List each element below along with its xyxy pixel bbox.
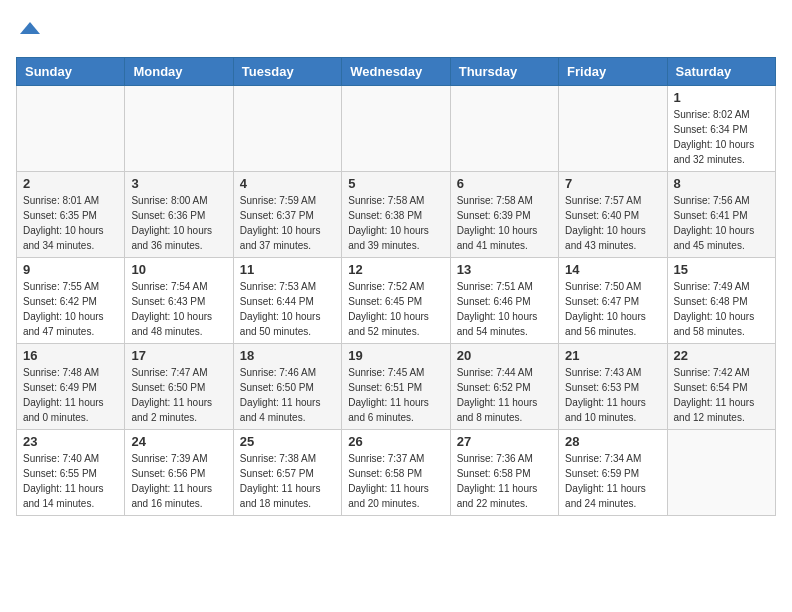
calendar-day-cell: 20Sunrise: 7:44 AM Sunset: 6:52 PM Dayli…: [450, 344, 558, 430]
day-detail: Sunrise: 7:58 AM Sunset: 6:38 PM Dayligh…: [348, 193, 443, 253]
day-number: 19: [348, 348, 443, 363]
day-of-week-header: Friday: [559, 58, 667, 86]
logo: [16, 16, 42, 45]
calendar-day-cell: [450, 86, 558, 172]
logo-icon: [18, 16, 42, 40]
calendar-day-cell: 13Sunrise: 7:51 AM Sunset: 6:46 PM Dayli…: [450, 258, 558, 344]
day-detail: Sunrise: 8:02 AM Sunset: 6:34 PM Dayligh…: [674, 107, 769, 167]
calendar-day-cell: 16Sunrise: 7:48 AM Sunset: 6:49 PM Dayli…: [17, 344, 125, 430]
calendar-day-cell: 28Sunrise: 7:34 AM Sunset: 6:59 PM Dayli…: [559, 430, 667, 516]
day-number: 28: [565, 434, 660, 449]
day-number: 18: [240, 348, 335, 363]
day-detail: Sunrise: 7:48 AM Sunset: 6:49 PM Dayligh…: [23, 365, 118, 425]
day-detail: Sunrise: 7:58 AM Sunset: 6:39 PM Dayligh…: [457, 193, 552, 253]
day-number: 12: [348, 262, 443, 277]
day-detail: Sunrise: 7:54 AM Sunset: 6:43 PM Dayligh…: [131, 279, 226, 339]
calendar-day-cell: 10Sunrise: 7:54 AM Sunset: 6:43 PM Dayli…: [125, 258, 233, 344]
day-number: 27: [457, 434, 552, 449]
day-number: 4: [240, 176, 335, 191]
day-number: 13: [457, 262, 552, 277]
calendar-day-cell: [342, 86, 450, 172]
day-detail: Sunrise: 7:50 AM Sunset: 6:47 PM Dayligh…: [565, 279, 660, 339]
calendar-day-cell: 18Sunrise: 7:46 AM Sunset: 6:50 PM Dayli…: [233, 344, 341, 430]
calendar-day-cell: 26Sunrise: 7:37 AM Sunset: 6:58 PM Dayli…: [342, 430, 450, 516]
day-detail: Sunrise: 7:39 AM Sunset: 6:56 PM Dayligh…: [131, 451, 226, 511]
day-number: 17: [131, 348, 226, 363]
svg-marker-0: [20, 22, 40, 34]
calendar-day-cell: 23Sunrise: 7:40 AM Sunset: 6:55 PM Dayli…: [17, 430, 125, 516]
day-detail: Sunrise: 7:34 AM Sunset: 6:59 PM Dayligh…: [565, 451, 660, 511]
calendar-day-cell: 5Sunrise: 7:58 AM Sunset: 6:38 PM Daylig…: [342, 172, 450, 258]
day-detail: Sunrise: 7:40 AM Sunset: 6:55 PM Dayligh…: [23, 451, 118, 511]
day-detail: Sunrise: 7:55 AM Sunset: 6:42 PM Dayligh…: [23, 279, 118, 339]
day-number: 16: [23, 348, 118, 363]
day-number: 26: [348, 434, 443, 449]
day-detail: Sunrise: 8:00 AM Sunset: 6:36 PM Dayligh…: [131, 193, 226, 253]
day-number: 25: [240, 434, 335, 449]
calendar-day-cell: 1Sunrise: 8:02 AM Sunset: 6:34 PM Daylig…: [667, 86, 775, 172]
calendar-day-cell: 15Sunrise: 7:49 AM Sunset: 6:48 PM Dayli…: [667, 258, 775, 344]
day-number: 11: [240, 262, 335, 277]
calendar-week-row: 1Sunrise: 8:02 AM Sunset: 6:34 PM Daylig…: [17, 86, 776, 172]
day-number: 22: [674, 348, 769, 363]
day-number: 9: [23, 262, 118, 277]
calendar-day-cell: [667, 430, 775, 516]
calendar-day-cell: 21Sunrise: 7:43 AM Sunset: 6:53 PM Dayli…: [559, 344, 667, 430]
calendar-day-cell: 27Sunrise: 7:36 AM Sunset: 6:58 PM Dayli…: [450, 430, 558, 516]
day-of-week-header: Tuesday: [233, 58, 341, 86]
day-number: 6: [457, 176, 552, 191]
day-number: 20: [457, 348, 552, 363]
day-number: 24: [131, 434, 226, 449]
day-of-week-header: Monday: [125, 58, 233, 86]
day-number: 15: [674, 262, 769, 277]
day-detail: Sunrise: 7:38 AM Sunset: 6:57 PM Dayligh…: [240, 451, 335, 511]
calendar-day-cell: 8Sunrise: 7:56 AM Sunset: 6:41 PM Daylig…: [667, 172, 775, 258]
day-detail: Sunrise: 7:49 AM Sunset: 6:48 PM Dayligh…: [674, 279, 769, 339]
day-number: 5: [348, 176, 443, 191]
day-detail: Sunrise: 7:45 AM Sunset: 6:51 PM Dayligh…: [348, 365, 443, 425]
calendar-day-cell: [17, 86, 125, 172]
calendar-week-row: 9Sunrise: 7:55 AM Sunset: 6:42 PM Daylig…: [17, 258, 776, 344]
calendar-day-cell: 24Sunrise: 7:39 AM Sunset: 6:56 PM Dayli…: [125, 430, 233, 516]
calendar-day-cell: 3Sunrise: 8:00 AM Sunset: 6:36 PM Daylig…: [125, 172, 233, 258]
day-detail: Sunrise: 7:42 AM Sunset: 6:54 PM Dayligh…: [674, 365, 769, 425]
day-number: 2: [23, 176, 118, 191]
calendar-day-cell: 25Sunrise: 7:38 AM Sunset: 6:57 PM Dayli…: [233, 430, 341, 516]
day-detail: Sunrise: 7:51 AM Sunset: 6:46 PM Dayligh…: [457, 279, 552, 339]
calendar-day-cell: 7Sunrise: 7:57 AM Sunset: 6:40 PM Daylig…: [559, 172, 667, 258]
calendar-day-cell: 12Sunrise: 7:52 AM Sunset: 6:45 PM Dayli…: [342, 258, 450, 344]
day-number: 14: [565, 262, 660, 277]
day-detail: Sunrise: 7:52 AM Sunset: 6:45 PM Dayligh…: [348, 279, 443, 339]
day-detail: Sunrise: 7:46 AM Sunset: 6:50 PM Dayligh…: [240, 365, 335, 425]
day-detail: Sunrise: 7:57 AM Sunset: 6:40 PM Dayligh…: [565, 193, 660, 253]
calendar-day-cell: 14Sunrise: 7:50 AM Sunset: 6:47 PM Dayli…: [559, 258, 667, 344]
day-detail: Sunrise: 8:01 AM Sunset: 6:35 PM Dayligh…: [23, 193, 118, 253]
day-detail: Sunrise: 7:36 AM Sunset: 6:58 PM Dayligh…: [457, 451, 552, 511]
day-number: 3: [131, 176, 226, 191]
calendar-day-cell: 6Sunrise: 7:58 AM Sunset: 6:39 PM Daylig…: [450, 172, 558, 258]
day-detail: Sunrise: 7:43 AM Sunset: 6:53 PM Dayligh…: [565, 365, 660, 425]
day-number: 10: [131, 262, 226, 277]
day-detail: Sunrise: 7:44 AM Sunset: 6:52 PM Dayligh…: [457, 365, 552, 425]
calendar-day-cell: [233, 86, 341, 172]
day-number: 1: [674, 90, 769, 105]
day-of-week-header: Wednesday: [342, 58, 450, 86]
calendar-week-row: 16Sunrise: 7:48 AM Sunset: 6:49 PM Dayli…: [17, 344, 776, 430]
calendar-day-cell: 22Sunrise: 7:42 AM Sunset: 6:54 PM Dayli…: [667, 344, 775, 430]
day-detail: Sunrise: 7:53 AM Sunset: 6:44 PM Dayligh…: [240, 279, 335, 339]
calendar-table: SundayMondayTuesdayWednesdayThursdayFrid…: [16, 57, 776, 516]
day-detail: Sunrise: 7:59 AM Sunset: 6:37 PM Dayligh…: [240, 193, 335, 253]
calendar-day-cell: 19Sunrise: 7:45 AM Sunset: 6:51 PM Dayli…: [342, 344, 450, 430]
calendar-day-cell: 2Sunrise: 8:01 AM Sunset: 6:35 PM Daylig…: [17, 172, 125, 258]
calendar-week-row: 23Sunrise: 7:40 AM Sunset: 6:55 PM Dayli…: [17, 430, 776, 516]
day-detail: Sunrise: 7:56 AM Sunset: 6:41 PM Dayligh…: [674, 193, 769, 253]
calendar-day-cell: 11Sunrise: 7:53 AM Sunset: 6:44 PM Dayli…: [233, 258, 341, 344]
calendar-day-cell: [125, 86, 233, 172]
day-of-week-header: Sunday: [17, 58, 125, 86]
page-header: [16, 16, 776, 45]
day-of-week-header: Thursday: [450, 58, 558, 86]
calendar-week-row: 2Sunrise: 8:01 AM Sunset: 6:35 PM Daylig…: [17, 172, 776, 258]
day-number: 7: [565, 176, 660, 191]
day-number: 8: [674, 176, 769, 191]
calendar-day-cell: 4Sunrise: 7:59 AM Sunset: 6:37 PM Daylig…: [233, 172, 341, 258]
